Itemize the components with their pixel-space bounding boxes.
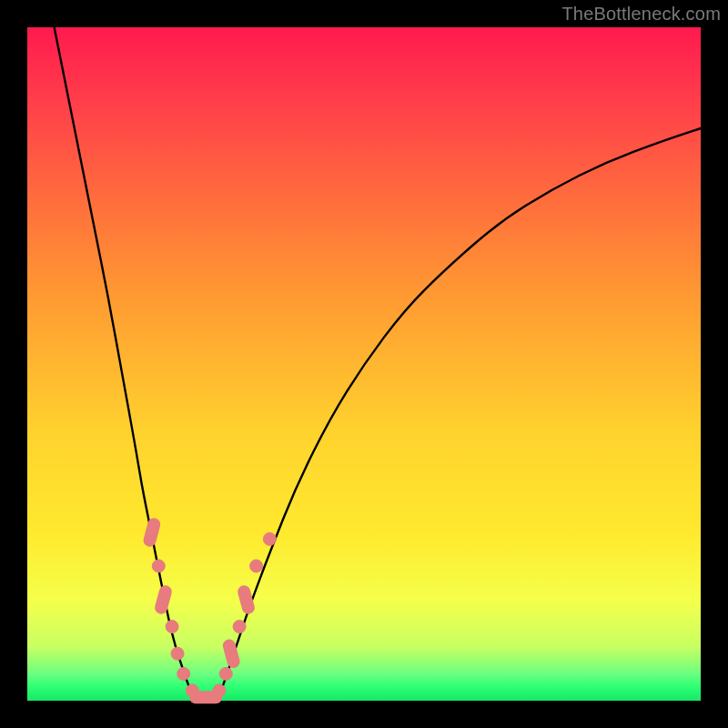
data-markers — [142, 517, 276, 704]
marker-dot — [263, 532, 276, 545]
marker-capsule — [142, 517, 162, 549]
marker-dot — [152, 560, 165, 572]
chart-plot-area — [27, 27, 701, 701]
chart-svg — [27, 27, 701, 701]
marker-dot — [213, 684, 226, 697]
marker-dot — [177, 667, 190, 680]
curve-left-branch — [55, 27, 196, 701]
marker-dot — [171, 647, 184, 660]
marker-dot — [219, 667, 232, 680]
marker-dot — [166, 621, 178, 633]
watermark-text: TheBottleneck.com — [561, 4, 721, 25]
marker-capsule — [154, 584, 174, 616]
curve-right-branch — [216, 128, 701, 701]
marker-dot — [250, 560, 263, 572]
marker-dot — [233, 621, 246, 633]
